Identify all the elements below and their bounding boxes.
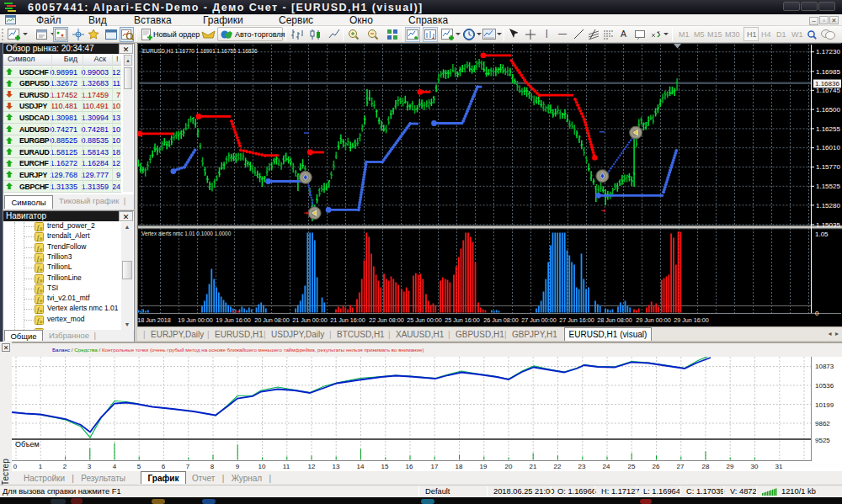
svg-text:28 Jun 08:00: 28 Jun 08:00 xyxy=(597,316,632,324)
svg-text:13: 13 xyxy=(333,463,340,470)
svg-text:28: 28 xyxy=(702,463,710,470)
svg-text:3: 3 xyxy=(88,463,92,470)
svg-text:10: 10 xyxy=(258,463,266,470)
svg-text:1.16836: 1.16836 xyxy=(815,80,839,88)
svg-text:6: 6 xyxy=(162,463,166,470)
svg-text:Объем: Объем xyxy=(15,440,40,448)
svg-text:1.16985: 1.16985 xyxy=(816,68,840,76)
svg-text:18: 18 xyxy=(456,463,463,470)
svg-text:27 Jun 16:00: 27 Jun 16:00 xyxy=(559,316,594,324)
svg-text:19 Jun 16:00: 19 Jun 16:00 xyxy=(216,316,251,324)
svg-text:1.15280: 1.15280 xyxy=(816,202,840,210)
svg-text:1: 1 xyxy=(39,463,43,470)
svg-text:14: 14 xyxy=(357,463,365,470)
svg-text:0: 0 xyxy=(13,463,18,470)
svg-text:20: 20 xyxy=(505,463,513,470)
svg-text:23: 23 xyxy=(578,463,586,470)
svg-text:30: 30 xyxy=(751,463,759,470)
svg-text:29 Jun 00:00: 29 Jun 00:00 xyxy=(636,316,671,324)
svg-text:1.05: 1.05 xyxy=(815,231,829,238)
svg-text:1.15525: 1.15525 xyxy=(816,183,840,190)
svg-text:21 Jun 16:00: 21 Jun 16:00 xyxy=(330,316,365,324)
svg-text:1.16500: 1.16500 xyxy=(816,106,840,114)
svg-text:9525: 9525 xyxy=(815,437,830,444)
svg-text:19 Jun 00:00: 19 Jun 00:00 xyxy=(178,316,213,324)
svg-text:4: 4 xyxy=(113,463,117,470)
svg-text:7: 7 xyxy=(186,463,190,470)
svg-text:25 Jun 16:00: 25 Jun 16:00 xyxy=(445,316,480,324)
svg-text:29: 29 xyxy=(727,463,734,470)
svg-text:29 Jun 16:00: 29 Jun 16:00 xyxy=(674,316,709,324)
svg-text:12: 12 xyxy=(308,463,316,470)
svg-text:9862: 9862 xyxy=(815,420,830,427)
svg-text:24: 24 xyxy=(603,463,610,470)
svg-text:10873: 10873 xyxy=(815,363,834,370)
svg-text:11: 11 xyxy=(283,463,290,470)
svg-text:1.15035: 1.15035 xyxy=(816,221,840,229)
svg-text:9: 9 xyxy=(236,463,240,470)
svg-text:Тестер: Тестер xyxy=(1,459,10,485)
svg-text:10536: 10536 xyxy=(815,382,834,390)
svg-text:1.16010: 1.16010 xyxy=(816,144,840,151)
svg-text:2: 2 xyxy=(63,463,67,470)
svg-text:1.15770: 1.15770 xyxy=(816,163,840,171)
svg-text:21 Jun 00:00: 21 Jun 00:00 xyxy=(292,316,328,324)
svg-text:25 Jun 00:00: 25 Jun 00:00 xyxy=(407,316,442,324)
svg-text:10199: 10199 xyxy=(815,401,834,409)
svg-text:26: 26 xyxy=(653,463,660,470)
svg-text:27 Jun 00:00: 27 Jun 00:00 xyxy=(521,316,557,324)
svg-text:1.16255: 1.16255 xyxy=(816,125,840,133)
svg-text:18 Jun 2018: 18 Jun 2018 xyxy=(137,316,171,324)
svg-text:1.17230: 1.17230 xyxy=(816,48,840,56)
svg-text:15: 15 xyxy=(381,463,389,470)
svg-text:8: 8 xyxy=(210,463,215,470)
svg-text:31: 31 xyxy=(775,463,783,470)
svg-text:25: 25 xyxy=(628,463,636,470)
svg-text:26 Jun 08:00: 26 Jun 08:00 xyxy=(483,316,519,324)
svg-text:27: 27 xyxy=(677,463,685,470)
svg-text:Vertex alerts nmc 1.01 0.1000: Vertex alerts nmc 1.01 0.1000 1.0000 xyxy=(141,231,232,236)
svg-text:22: 22 xyxy=(554,463,562,470)
svg-text:EURUSD,H1 1.16770 1.16901 1.1: EURUSD,H1 1.16770 1.16901 1.16755 1.1683… xyxy=(142,48,258,54)
svg-text:0: 0 xyxy=(815,310,819,317)
svg-text:5: 5 xyxy=(137,463,141,470)
svg-text:19: 19 xyxy=(480,463,488,470)
svg-text:21: 21 xyxy=(530,463,537,470)
svg-text:17: 17 xyxy=(431,463,439,470)
svg-text:16: 16 xyxy=(406,463,413,470)
svg-text:1.16745: 1.16745 xyxy=(816,87,840,94)
svg-text:22 Jun 08:00: 22 Jun 08:00 xyxy=(369,316,404,324)
svg-text:20 Jun 08:00: 20 Jun 08:00 xyxy=(254,316,290,324)
